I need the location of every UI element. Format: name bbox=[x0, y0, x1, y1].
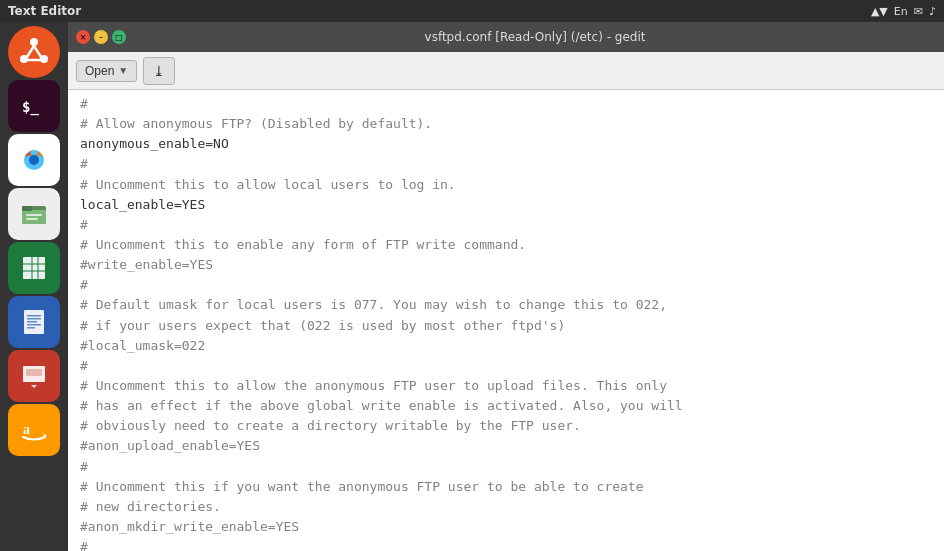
launcher-icon-writer[interactable] bbox=[8, 296, 60, 348]
launcher-icon-terminal[interactable]: $_ bbox=[8, 80, 60, 132]
launcher: $_ bbox=[0, 22, 68, 551]
save-icon: ⤓ bbox=[153, 63, 165, 79]
toolbar: Open ▼ ⤓ bbox=[68, 52, 944, 90]
svg-rect-25 bbox=[27, 321, 37, 323]
system-bar: Text Editor ▲▼ En ✉ ♪ bbox=[0, 0, 944, 22]
editor-area[interactable]: # # Allow anonymous FTP? (Disabled by de… bbox=[68, 90, 944, 551]
svg-rect-16 bbox=[23, 257, 45, 279]
launcher-icon-amazon[interactable]: a bbox=[8, 404, 60, 456]
language-indicator: En bbox=[894, 5, 908, 18]
launcher-icon-ubuntu[interactable] bbox=[8, 26, 60, 78]
sort-icon: ▲▼ bbox=[871, 5, 888, 18]
maximize-icon: □ bbox=[115, 33, 123, 42]
open-dropdown-arrow: ▼ bbox=[118, 65, 128, 76]
svg-rect-13 bbox=[26, 214, 42, 216]
svg-text:a: a bbox=[23, 422, 30, 437]
svg-rect-31 bbox=[26, 369, 42, 376]
launcher-icon-spreadsheet[interactable] bbox=[8, 242, 60, 294]
svg-rect-26 bbox=[27, 324, 41, 326]
content-area: × – □ vsftpd.conf [Read-Only] (/etc) - g… bbox=[68, 22, 944, 551]
close-icon: × bbox=[80, 33, 87, 42]
svg-rect-12 bbox=[22, 206, 32, 211]
window-controls: × – □ bbox=[76, 30, 126, 44]
title-bar: × – □ vsftpd.conf [Read-Only] (/etc) - g… bbox=[68, 22, 944, 52]
svg-rect-11 bbox=[22, 210, 46, 224]
main-layout: $_ bbox=[0, 22, 944, 551]
minimize-button[interactable]: – bbox=[94, 30, 108, 44]
svg-rect-14 bbox=[26, 218, 38, 220]
mail-icon: ✉ bbox=[914, 5, 923, 18]
svg-rect-24 bbox=[27, 318, 41, 320]
minimize-icon: – bbox=[99, 33, 103, 42]
window-title: vsftpd.conf [Read-Only] (/etc) - gedit bbox=[134, 30, 936, 44]
open-button[interactable]: Open ▼ bbox=[76, 60, 137, 82]
app-title: Text Editor bbox=[8, 4, 81, 18]
editor-content[interactable]: # # Allow anonymous FTP? (Disabled by de… bbox=[68, 90, 944, 551]
launcher-icon-firefox[interactable] bbox=[8, 134, 60, 186]
launcher-icon-impress[interactable] bbox=[8, 350, 60, 402]
maximize-button[interactable]: □ bbox=[112, 30, 126, 44]
launcher-icon-files[interactable] bbox=[8, 188, 60, 240]
open-label: Open bbox=[85, 64, 114, 78]
system-tray: ▲▼ En ✉ ♪ bbox=[871, 5, 936, 18]
svg-rect-27 bbox=[27, 327, 35, 329]
svg-rect-23 bbox=[27, 315, 41, 317]
close-button[interactable]: × bbox=[76, 30, 90, 44]
volume-icon: ♪ bbox=[929, 5, 936, 18]
svg-text:$_: $_ bbox=[22, 99, 39, 116]
svg-rect-32 bbox=[16, 412, 52, 448]
svg-point-8 bbox=[29, 155, 39, 165]
save-button[interactable]: ⤓ bbox=[143, 57, 175, 85]
